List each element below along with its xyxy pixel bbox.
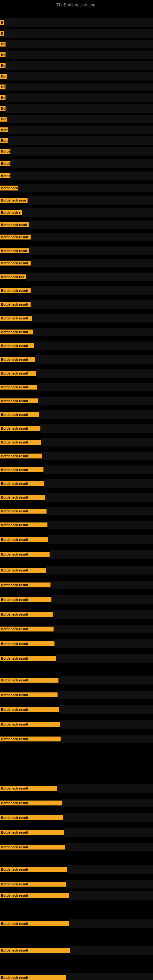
list-item[interactable]: Bottleneck result xyxy=(0,466,153,474)
list-item[interactable]: Bottleneck result xyxy=(0,973,153,980)
list-item[interactable]: Bottleneck result xyxy=(0,690,153,699)
list-item[interactable]: Bottleneck result xyxy=(0,369,153,378)
list-item[interactable]: Bottleneck result xyxy=(0,383,153,391)
list-item[interactable]: Bottleneck result xyxy=(0,720,153,729)
list-item[interactable]: Bottleneck result xyxy=(0,654,153,663)
list-item[interactable]: Bottleneck result xyxy=(0,920,153,928)
list-item[interactable]: Bottleneck result xyxy=(0,259,153,267)
list-item[interactable]: Bottleneck r xyxy=(0,208,153,217)
list-item[interactable]: Bott xyxy=(0,136,153,145)
list-item[interactable]: Bo xyxy=(0,61,153,70)
item-label: Bottleneck result xyxy=(0,722,60,727)
item-bar xyxy=(51,595,153,604)
list-item[interactable]: B xyxy=(0,29,153,38)
item-label: Bottleneck result xyxy=(0,440,41,445)
item-label: Bottleneck res xyxy=(0,274,26,279)
list-item[interactable]: Bottleneck result xyxy=(0,233,153,241)
list-item[interactable]: Bottleneck result xyxy=(0,535,153,544)
list-item[interactable]: Bottleneck result xyxy=(0,300,153,309)
item-bar xyxy=(38,396,153,405)
list-item[interactable]: Bottleneck result xyxy=(0,479,153,488)
list-item[interactable]: Bottleneck result xyxy=(0,843,153,851)
item-bar xyxy=(40,424,153,433)
list-item[interactable]: Bottleneck result xyxy=(0,595,153,604)
list-item[interactable]: Bo xyxy=(0,83,153,91)
list-item[interactable]: Bo xyxy=(0,51,153,59)
list-item[interactable]: Bottleneck result xyxy=(0,452,153,460)
list-item[interactable]: Bottleneck xyxy=(0,184,153,192)
item-label: Bottleneck result xyxy=(0,552,49,557)
item-bar xyxy=(10,159,153,168)
list-item[interactable]: Bottleneck result xyxy=(0,891,153,900)
item-bar xyxy=(30,286,153,295)
item-bar xyxy=(41,438,153,447)
list-item[interactable]: Bottleneck result xyxy=(0,610,153,619)
list-item[interactable]: Bot xyxy=(0,72,153,81)
item-bar xyxy=(69,891,153,900)
list-item[interactable]: Bottleneck res xyxy=(0,272,153,281)
list-item[interactable]: Bottleneck result xyxy=(0,735,153,743)
list-item[interactable]: Bottleneck result xyxy=(0,880,153,888)
item-label: Bottleneck xyxy=(0,186,18,191)
item-label: Bott xyxy=(0,127,8,132)
list-item[interactable]: Bottleneck result xyxy=(0,410,153,419)
list-item[interactable]: Bottle xyxy=(0,159,153,168)
item-label: Bottleneck result xyxy=(0,893,69,898)
list-item[interactable]: Bottleneck result xyxy=(0,493,153,502)
list-item[interactable]: Bottleneck result xyxy=(0,566,153,574)
list-item[interactable]: Bottleneck result xyxy=(0,784,153,792)
item-bar xyxy=(30,259,153,267)
item-label: Bottleneck result xyxy=(0,509,46,514)
item-label: Bottleneck result xyxy=(0,597,51,602)
item-bar xyxy=(29,221,153,229)
item-bar xyxy=(57,690,153,699)
list-item[interactable]: Bottleneck resu xyxy=(0,196,153,205)
list-item[interactable]: Bottleneck resul xyxy=(0,247,153,255)
list-item[interactable]: Bottleneck result xyxy=(0,438,153,447)
list-item[interactable]: Bottleneck result xyxy=(0,355,153,364)
list-item[interactable]: Bottleneck result xyxy=(0,640,153,648)
list-item[interactable]: Bottleneck resul xyxy=(0,221,153,229)
list-item[interactable]: Bottleneck result xyxy=(0,813,153,822)
list-item[interactable]: Bottleneck result xyxy=(0,314,153,323)
item-bar xyxy=(54,625,153,633)
list-item[interactable]: Bottleneck result xyxy=(0,507,153,515)
item-bar xyxy=(66,880,153,888)
list-item[interactable]: Bottleneck result xyxy=(0,625,153,633)
item-label: Bott xyxy=(0,138,8,143)
item-label: Bo xyxy=(0,63,5,68)
list-item[interactable]: Bottleneck result xyxy=(0,342,153,350)
list-item[interactable]: Bottle xyxy=(0,147,153,156)
list-item[interactable]: Bottleneck result xyxy=(0,705,153,714)
list-item[interactable]: Bottleneck result xyxy=(0,286,153,295)
list-item[interactable]: Bottleneck result xyxy=(0,396,153,405)
list-item[interactable]: Bottleneck result xyxy=(0,799,153,807)
list-item[interactable]: Bottleneck result xyxy=(0,676,153,684)
item-bar xyxy=(5,40,153,48)
item-label: Bottleneck result xyxy=(0,467,43,472)
item-label: Bottleneck result xyxy=(0,302,30,307)
list-item[interactable]: Bo xyxy=(0,40,153,48)
list-item[interactable]: Bo xyxy=(0,104,153,113)
item-label: Bottleneck result xyxy=(0,815,63,820)
list-item[interactable]: Bottleneck result xyxy=(0,828,153,837)
item-label: Bottleneck result xyxy=(0,845,65,850)
item-label: Bottleneck result xyxy=(0,371,36,376)
item-label: Bottleneck result xyxy=(0,481,45,486)
item-bar xyxy=(56,654,153,663)
list-item[interactable]: Bott xyxy=(0,126,153,134)
list-item[interactable]: Bottleneck result xyxy=(0,865,153,874)
list-item[interactable]: B xyxy=(0,18,153,27)
list-item[interactable]: Bottle xyxy=(0,172,153,180)
list-item[interactable]: Bottleneck result xyxy=(0,581,153,589)
list-item[interactable]: Bo xyxy=(0,94,153,102)
list-item[interactable]: Bottleneck result xyxy=(0,550,153,558)
item-bar xyxy=(48,535,153,544)
list-item[interactable]: Bot xyxy=(0,115,153,123)
list-item[interactable]: Bottleneck result xyxy=(0,328,153,336)
item-label: Bottleneck result xyxy=(0,800,62,805)
list-item[interactable]: Bottleneck result xyxy=(0,424,153,433)
list-item[interactable]: Bottleneck result xyxy=(0,520,153,529)
item-label: Bottle xyxy=(0,161,10,166)
list-item[interactable]: Bottleneck result xyxy=(0,946,153,955)
